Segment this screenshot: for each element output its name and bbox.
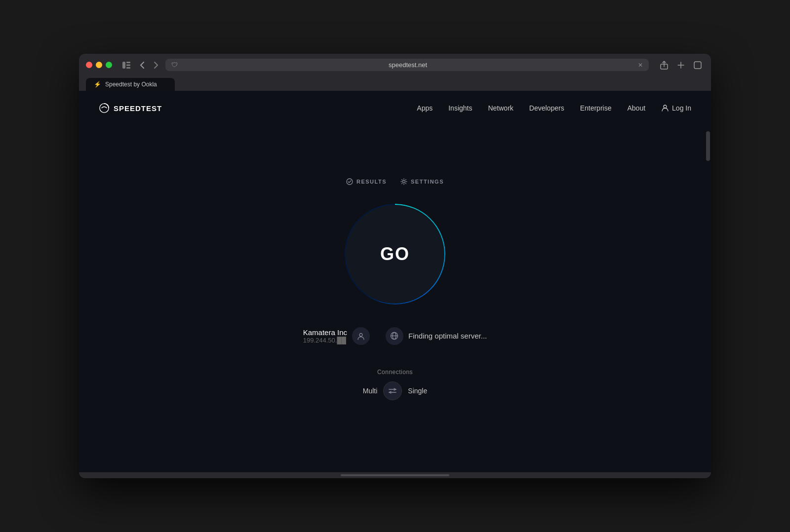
- tab-bar: ⚡ Speedtest by Ookla: [86, 75, 704, 91]
- minimize-button[interactable]: [96, 62, 102, 68]
- browser-controls: 🛡 speedtest.net ✕: [86, 59, 704, 71]
- browser-chrome: 🛡 speedtest.net ✕: [79, 54, 711, 91]
- active-tab[interactable]: ⚡ Speedtest by Ookla: [86, 78, 175, 91]
- connections-section: Connections Multi Single: [363, 369, 427, 400]
- scrollbar-track[interactable]: [705, 130, 711, 472]
- main-area: RESULTS SETTINGS GO: [79, 125, 711, 472]
- multi-option[interactable]: Multi: [363, 387, 378, 395]
- browser-actions: [658, 59, 704, 71]
- scrollbar-thumb[interactable]: [706, 131, 710, 161]
- go-button-container: GO: [346, 205, 444, 304]
- nav-links: Apps Insights Network Developers Enterpr…: [417, 104, 691, 113]
- go-button[interactable]: GO: [346, 205, 444, 304]
- isp-info: Kamatera Inc 199.244.50.██: [303, 327, 370, 345]
- toolbar: RESULTS SETTINGS: [346, 178, 444, 185]
- person-icon: [661, 104, 669, 112]
- maximize-button[interactable]: [106, 62, 112, 68]
- browser-window: 🛡 speedtest.net ✕: [79, 54, 711, 478]
- connection-toggle-switch[interactable]: [383, 381, 402, 400]
- nav-developers[interactable]: Developers: [529, 104, 564, 112]
- isp-ip: 199.244.50.██: [303, 337, 347, 344]
- site-logo[interactable]: SPEEDTEST: [99, 103, 162, 114]
- url-display: speedtest.net: [182, 61, 634, 69]
- svg-rect-1: [126, 62, 130, 63]
- close-button[interactable]: [86, 62, 92, 68]
- connections-label: Connections: [377, 369, 413, 376]
- svg-rect-2: [126, 64, 130, 66]
- scroll-indicator: [341, 474, 449, 476]
- nav-enterprise[interactable]: Enterprise: [580, 104, 612, 112]
- server-status-text: Finding optimal server...: [408, 332, 487, 340]
- nav-apps[interactable]: Apps: [417, 104, 433, 112]
- website-content: SPEEDTEST Apps Insights Network Develope…: [79, 91, 711, 472]
- share-button[interactable]: [658, 59, 671, 71]
- svg-point-9: [403, 180, 405, 183]
- traffic-lights: [86, 62, 112, 68]
- new-tab-button[interactable]: [674, 59, 687, 71]
- address-bar[interactable]: 🛡 speedtest.net ✕: [165, 59, 649, 71]
- svg-point-7: [664, 105, 667, 108]
- single-option[interactable]: Single: [408, 387, 427, 395]
- svg-point-10: [359, 333, 362, 336]
- server-status: Finding optimal server...: [386, 327, 487, 345]
- forward-button[interactable]: [152, 60, 160, 70]
- gear-icon: [400, 178, 407, 185]
- login-label: Log In: [672, 104, 691, 112]
- tab-favicon: ⚡: [94, 81, 101, 88]
- sidebar-toggle-button[interactable]: [120, 60, 133, 70]
- server-info: Kamatera Inc 199.244.50.██: [303, 327, 487, 345]
- go-text: GO: [380, 244, 410, 265]
- svg-point-8: [347, 179, 353, 185]
- clear-url-icon[interactable]: ✕: [638, 62, 643, 69]
- connections-toggle: Multi Single: [363, 381, 427, 400]
- nav-network[interactable]: Network: [488, 104, 513, 112]
- isp-name: Kamatera Inc: [303, 328, 347, 337]
- browser-bottom-bar: [79, 472, 711, 478]
- security-icon: 🛡: [171, 61, 178, 69]
- globe-icon[interactable]: [386, 327, 403, 345]
- check-circle-icon: [346, 178, 353, 185]
- isp-profile-icon[interactable]: [352, 327, 370, 345]
- svg-rect-0: [122, 62, 125, 69]
- svg-rect-5: [694, 62, 701, 69]
- results-label: RESULTS: [356, 179, 387, 185]
- tabs-button[interactable]: [691, 59, 704, 71]
- nav-insights[interactable]: Insights: [448, 104, 472, 112]
- tab-title: Speedtest by Ookla: [105, 81, 157, 88]
- results-button[interactable]: RESULTS: [346, 178, 387, 185]
- logo-text: SPEEDTEST: [114, 104, 162, 113]
- settings-label: SETTINGS: [411, 179, 444, 185]
- nav-about[interactable]: About: [627, 104, 645, 112]
- nav-login[interactable]: Log In: [661, 104, 691, 112]
- svg-rect-3: [126, 67, 130, 69]
- site-nav: SPEEDTEST Apps Insights Network Develope…: [79, 91, 711, 125]
- back-button[interactable]: [138, 60, 147, 70]
- settings-button[interactable]: SETTINGS: [400, 178, 444, 185]
